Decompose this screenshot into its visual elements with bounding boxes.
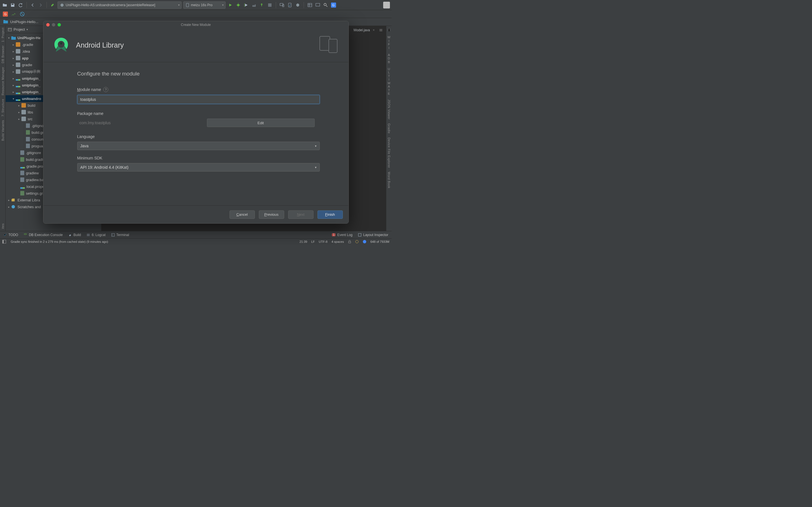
svg-point-21: [60, 42, 62, 45]
previous-button[interactable]: Previous: [259, 210, 284, 219]
package-name-label: Package name: [77, 111, 103, 116]
device-silhouette-icon: [319, 36, 339, 55]
minsdk-dropdown[interactable]: API 19: Android 4.4 (KitKat)▾: [77, 163, 320, 172]
module-name-field: Module name ?: [77, 87, 315, 104]
edit-package-button[interactable]: Edit: [207, 119, 315, 127]
cancel-button[interactable]: Cancel: [230, 210, 255, 219]
dialog-heading: Android Library: [76, 41, 124, 49]
finish-button[interactable]: Finish: [317, 210, 343, 219]
svg-rect-23: [329, 39, 337, 53]
dialog-titlebar: Create New Module: [43, 21, 349, 29]
dialog-footer: Cancel Previous Next Finish: [43, 205, 349, 223]
android-studio-logo-icon: [53, 37, 69, 54]
dialog-subtitle: Configure the new module: [77, 71, 315, 77]
language-label: Language: [77, 134, 95, 139]
language-field: Language Java▾: [77, 134, 315, 150]
dialog-header: Android Library: [43, 29, 349, 62]
language-dropdown[interactable]: Java▾: [77, 142, 320, 150]
package-name-value: com.lmy.toastplus: [77, 121, 201, 125]
chevron-down-icon: ▾: [315, 144, 317, 148]
modal-overlay: Create New Module Android Library Config…: [0, 0, 392, 244]
dialog-title: Create New Module: [43, 23, 349, 27]
svg-rect-22: [320, 36, 330, 50]
package-name-field: Package name com.lmy.toastplus Edit: [77, 111, 315, 127]
minsdk-label: Minimum SDK: [77, 156, 102, 160]
module-name-input[interactable]: [77, 95, 320, 104]
create-module-dialog: Create New Module Android Library Config…: [43, 21, 349, 224]
module-name-label: Module name: [77, 87, 101, 92]
chevron-down-icon: ▾: [315, 166, 317, 169]
help-icon[interactable]: ?: [103, 87, 108, 92]
next-button: Next: [288, 210, 313, 219]
minsdk-field: Minimum SDK API 19: Android 4.4 (KitKat)…: [77, 156, 315, 172]
dialog-body: Configure the new module Module name ? P…: [43, 62, 349, 205]
